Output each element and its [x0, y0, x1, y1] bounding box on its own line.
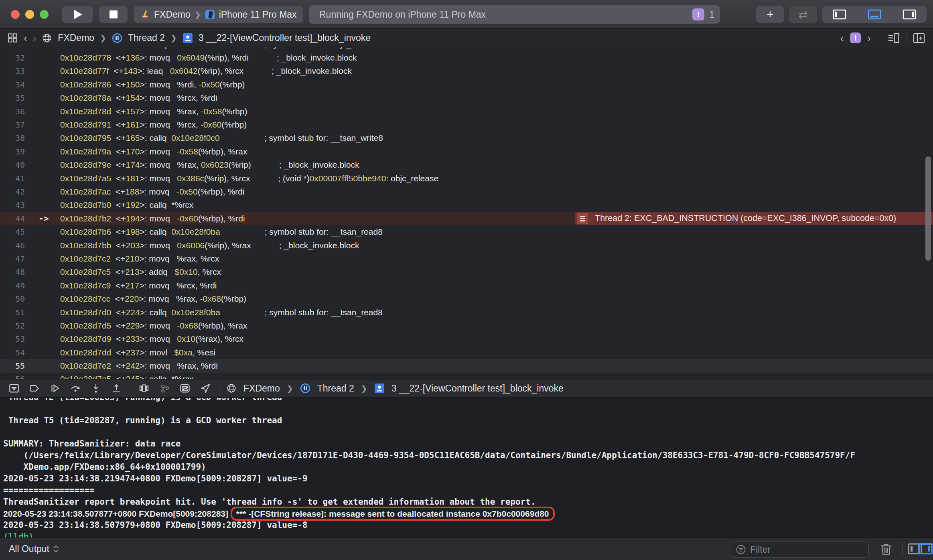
- line-number[interactable]: 44: [0, 214, 25, 223]
- asm-text: 0x10e28d778 <+136>: movq 0x6049(%rip), %…: [60, 53, 357, 63]
- line-number[interactable]: 48: [0, 267, 25, 277]
- panel-left-icon: [833, 9, 846, 20]
- minimize-window-button[interactable]: [25, 10, 34, 19]
- line-number[interactable]: 39: [0, 147, 25, 156]
- line-number[interactable]: 36: [0, 107, 25, 116]
- step-over-button[interactable]: [69, 381, 82, 395]
- toggle-console-view-button[interactable]: [918, 543, 933, 555]
- toggle-inspector-button[interactable]: [892, 6, 927, 23]
- line-number[interactable]: 40: [0, 160, 25, 170]
- go-forward-button[interactable]: ›: [33, 33, 37, 43]
- line-number[interactable]: 49: [0, 281, 25, 290]
- asm-text: 0x10e28d7dd <+237>: movl $0xa, %esi: [60, 348, 215, 357]
- asm-line: 400x10e28d79e <+174>: movq %rax, 0x6023(…: [0, 158, 933, 172]
- related-items-icon[interactable]: [7, 32, 18, 43]
- clear-console-button[interactable]: [879, 542, 893, 556]
- line-number[interactable]: 31: [0, 47, 25, 49]
- divider: [130, 383, 130, 394]
- debugbar-project[interactable]: FXDemo: [243, 383, 280, 394]
- step-out-button[interactable]: [110, 381, 123, 395]
- line-number[interactable]: 37: [0, 120, 25, 130]
- asm-text: 0x10e28d7a5 <+181>: movq 0x386c(%rip), %…: [60, 174, 438, 183]
- asm-line: 390x10e28d79a <+170>: movq -0x58(%rbp), …: [0, 145, 933, 158]
- next-issue-button[interactable]: ›: [867, 33, 871, 43]
- issue-badge-icon[interactable]: !: [850, 32, 861, 43]
- line-number[interactable]: 55: [0, 361, 25, 371]
- swap-arrows-icon: ⇄: [798, 8, 807, 21]
- exception-annotation[interactable]: Thread 2: EXC_BAD_INSTRUCTION (code=EXC_…: [575, 212, 933, 225]
- go-back-button[interactable]: ‹: [24, 33, 27, 43]
- line-number[interactable]: 32: [0, 53, 25, 63]
- run-button[interactable]: [62, 6, 93, 23]
- toggle-navigator-button[interactable]: [822, 6, 857, 23]
- issue-count: 1: [709, 9, 714, 20]
- line-number[interactable]: 42: [0, 187, 25, 197]
- assembly-editor: 310x10e28d773 <+131>: callq 0x10e28f124 …: [0, 47, 933, 379]
- panel-bottom-icon: [868, 9, 881, 20]
- line-number[interactable]: 41: [0, 174, 25, 183]
- asm-text: 0x10e28d7d5 <+229>: movq -0x68(%rbp), %r…: [60, 321, 247, 331]
- output-scope-selector[interactable]: All Output: [9, 544, 49, 554]
- asm-line: 560x10e28d7e5 <+245>: callq *%rcx: [0, 373, 933, 379]
- minimap-toggle-icon[interactable]: [888, 32, 900, 44]
- line-number[interactable]: 54: [0, 348, 25, 357]
- asm-line: 450x10e28d7b6 <+198>: callq 0x10e28f0ba …: [0, 225, 933, 238]
- issue-badge-icon[interactable]: !: [692, 8, 704, 20]
- jumpbar-thread[interactable]: Thread 2: [128, 32, 165, 43]
- asm-text: 0x10e28d7d0 <+224>: callq 0x10e28f0ba ; …: [60, 308, 383, 317]
- line-number[interactable]: 52: [0, 321, 25, 331]
- scheme-device: iPhone 11 Pro Max: [219, 9, 297, 20]
- environment-overrides-button[interactable]: [178, 381, 192, 395]
- line-number[interactable]: 53: [0, 334, 25, 344]
- exception-lines-icon: [577, 213, 588, 224]
- line-number[interactable]: 45: [0, 227, 25, 237]
- updown-chevrons-icon[interactable]: [53, 545, 59, 553]
- debugbar-frame[interactable]: 3 __22-[ViewController test]_block_invok…: [391, 383, 564, 394]
- prev-issue-button[interactable]: ‹: [840, 33, 844, 43]
- highlight-box: *** -[CFString release]: message sent to…: [231, 507, 555, 521]
- toggle-debug-area-button[interactable]: [857, 6, 892, 23]
- close-window-button[interactable]: [11, 10, 20, 19]
- console-line: [3, 403, 933, 415]
- line-number[interactable]: 47: [0, 254, 25, 264]
- debugbar-thread[interactable]: Thread 2: [317, 383, 354, 394]
- step-into-button[interactable]: [89, 381, 103, 395]
- zoom-window-button[interactable]: [40, 10, 49, 19]
- add-editor-icon[interactable]: [913, 32, 925, 44]
- editor-arrangement-button[interactable]: ⇄: [789, 6, 817, 23]
- breakpoints-toggle-button[interactable]: [28, 381, 41, 395]
- filter-input[interactable]: [750, 544, 846, 555]
- simulate-location-button[interactable]: [199, 381, 212, 395]
- asm-line: 480x10e28d7c5 <+213>: addq $0x10, %rcx: [0, 266, 933, 279]
- thread-icon: [112, 33, 122, 43]
- hide-debug-area-button[interactable]: [7, 381, 21, 395]
- xcode-window: FXDemo ❯ iPhone 11 Pro Max Running FXDem…: [0, 0, 933, 560]
- asm-line: 430x10e28d7b0 <+192>: callq *%rcx: [0, 199, 933, 212]
- stop-button[interactable]: [99, 6, 128, 23]
- chevron-right-icon: ❯: [100, 33, 106, 43]
- debug-bar: FXDemo ❯ Thread 2 ❯ 3 __22-[ViewControll…: [0, 379, 933, 398]
- toolbar: FXDemo ❯ iPhone 11 Pro Max Running FXDem…: [0, 0, 933, 28]
- line-number[interactable]: 51: [0, 308, 25, 317]
- activity-status[interactable]: Running FXDemo on iPhone 11 Pro Max ! 1: [309, 5, 720, 24]
- line-number[interactable]: 56: [0, 374, 25, 379]
- debug-view-hierarchy-button[interactable]: [137, 381, 151, 395]
- editor-scrollbar[interactable]: [925, 156, 931, 261]
- asm-text: 0x10e28d7b2 <+194>: movq -0x60(%rbp), %r…: [60, 214, 245, 223]
- asm-line: 370x10e28d791 <+161>: movq %rcx, -0x60(%…: [0, 118, 933, 131]
- line-number[interactable]: 50: [0, 294, 25, 304]
- continue-button[interactable]: [48, 381, 62, 395]
- line-number[interactable]: 35: [0, 93, 25, 103]
- jumpbar-frame[interactable]: 3 __22-[ViewController test]_block_invok…: [199, 32, 371, 43]
- jumpbar-project[interactable]: FXDemo: [58, 32, 94, 43]
- line-number[interactable]: 33: [0, 66, 25, 76]
- library-add-button[interactable]: +: [756, 6, 784, 23]
- line-number[interactable]: 43: [0, 200, 25, 210]
- console-filter-field[interactable]: [731, 542, 869, 558]
- line-number[interactable]: 34: [0, 80, 25, 89]
- line-number[interactable]: 38: [0, 133, 25, 143]
- scheme-selector[interactable]: FXDemo ❯ iPhone 11 Pro Max: [134, 6, 303, 23]
- memory-graph-button[interactable]: [158, 381, 171, 395]
- asm-text: 0x10e28d7ac <+188>: movq -0x50(%rbp), %r…: [60, 187, 244, 197]
- line-number[interactable]: 46: [0, 241, 25, 250]
